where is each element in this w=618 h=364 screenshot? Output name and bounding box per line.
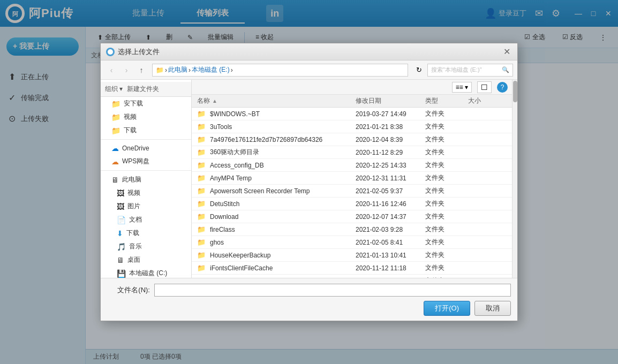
- table-row[interactable]: 📁 360驱动大师目录 2020-11-12 8:29 文件夹: [192, 146, 512, 159]
- left-item-video-pc[interactable]: 🖼 视频: [101, 186, 191, 200]
- wps-icon: ☁: [111, 157, 119, 166]
- folder-icon-12: 📁: [197, 264, 206, 272]
- table-row[interactable]: 📁 Download 2020-12-07 14:37 文件夹: [192, 210, 512, 223]
- table-row[interactable]: 📁 3uTools 2021-01-21 8:38 文件夹: [192, 120, 512, 133]
- music-icon: 🎵: [117, 242, 126, 251]
- pictures-icon: 🖼: [117, 202, 124, 211]
- table-row[interactable]: 📁 7a4976e176121fe2d7b726897db64326 2020-…: [192, 133, 512, 146]
- dialog-title: 选择上传文件: [118, 47, 498, 57]
- folder-icon-5: 📁: [197, 174, 206, 182]
- downloads-icon: ⬇: [117, 229, 123, 238]
- help-btn[interactable]: ?: [497, 82, 508, 93]
- scrollbar[interactable]: [512, 80, 517, 278]
- dialog-right-panel: ≡≡ ▾ ☐ ? 名称 ▲ 修改日期 类型 大小: [192, 80, 512, 278]
- search-icon: 🔍: [502, 66, 509, 73]
- folder-icon-2: 📁: [197, 135, 206, 143]
- drive-c-icon: 💾: [117, 269, 126, 278]
- table-row[interactable]: 📁 $WINDOWS.~BT 2019-03-27 14:49 文件夹: [192, 108, 512, 120]
- filename-label: 文件名(N):: [107, 285, 150, 295]
- dialog-nav: ‹ › ↑ 📁 › 此电脑 › 本地磁盘 (E:) › ↻ 搜索"本地磁盘 (E…: [101, 60, 517, 80]
- address-bar[interactable]: 📁 › 此电脑 › 本地磁盘 (E:) ›: [152, 64, 408, 77]
- left-item-downloads[interactable]: ⬇ 下载: [101, 226, 191, 240]
- sort-arrow: ▲: [212, 98, 217, 104]
- search-box[interactable]: 搜索"本地磁盘 (E:)" 🔍: [427, 64, 513, 77]
- left-item-wps[interactable]: ☁ WPS网盘: [101, 155, 191, 168]
- desktop-icon: 🖥: [117, 256, 124, 264]
- onedrive-icon: ☁: [111, 144, 119, 153]
- breadcrumb-this-pc: 此电脑: [168, 65, 187, 74]
- right-toolbar: ≡≡ ▾ ☐ ?: [192, 80, 512, 95]
- left-item-onedrive[interactable]: ☁ OneDrive: [101, 142, 191, 155]
- search-placeholder: 搜索"本地磁盘 (E:)": [431, 66, 482, 74]
- table-row[interactable]: 📁 HouseKeeperBackup 2021-01-13 10:41 文件夹: [192, 249, 512, 262]
- folder-icon-9: 📁: [197, 225, 206, 233]
- file-table-header: 名称 ▲ 修改日期 类型 大小: [192, 95, 512, 108]
- left-item-pictures[interactable]: 🖼 图片: [101, 200, 191, 213]
- left-item-anload[interactable]: 📁 安下载: [101, 97, 191, 110]
- col-size-header[interactable]: 大小: [466, 96, 509, 105]
- dialog-left-panel: 组织 ▾ 新建文件夹 📁 安下载 📁 视频 📁 下载: [101, 80, 192, 278]
- left-sep-1: [101, 139, 191, 140]
- dialog-body: 组织 ▾ 新建文件夹 📁 安下载 📁 视频 📁 下载: [101, 80, 517, 278]
- folder-icon-video: 📁: [111, 113, 120, 122]
- address-breadcrumb: 📁 › 此电脑 › 本地磁盘 (E:) ›: [156, 65, 233, 74]
- preview-btn[interactable]: ☐: [477, 81, 492, 93]
- nav-up-btn[interactable]: ↑: [135, 64, 148, 77]
- left-item-video[interactable]: 📁 视频: [101, 110, 191, 124]
- table-row[interactable]: 📁 ghos 2021-02-05 8:41 文件夹: [192, 236, 512, 249]
- folder-icon-6: 📁: [197, 187, 206, 195]
- left-item-desktop[interactable]: 🖥 桌面: [101, 253, 191, 267]
- folder-icon-7: 📁: [197, 200, 206, 208]
- left-sep-2: [101, 170, 191, 171]
- table-row[interactable]: 📁 Access_config_DB 2020-12-25 14:33 文件夹: [192, 159, 512, 172]
- filename-row: 文件名(N):: [107, 284, 511, 297]
- dialog-close-btn[interactable]: ✕: [501, 47, 512, 57]
- table-row[interactable]: 📁 DetuStitch 2020-11-16 12:46 文件夹: [192, 198, 512, 210]
- folder-icon-3: 📁: [197, 148, 206, 156]
- dialog-actions: 打开(O) 取消: [107, 301, 511, 316]
- folder-icon-10: 📁: [197, 238, 206, 246]
- dialog-icon: [106, 48, 115, 56]
- left-item-drive-c[interactable]: 💾 本地磁盘 (C:): [101, 267, 191, 278]
- left-item-music[interactable]: 🎵 音乐: [101, 240, 191, 253]
- nav-forward-btn[interactable]: ›: [120, 64, 133, 77]
- file-table: 名称 ▲ 修改日期 类型 大小 📁 $WINDOWS.~BT 2019-03-2…: [192, 95, 512, 278]
- view-btn[interactable]: ≡≡ ▾: [452, 82, 472, 93]
- cancel-btn[interactable]: 取消: [474, 301, 511, 316]
- dialog-title-bar: 选择上传文件 ✕: [101, 43, 517, 60]
- folder-icon-11: 📁: [197, 251, 206, 259]
- col-name-header[interactable]: 名称 ▲: [195, 96, 353, 105]
- folder-icon-download: 📁: [111, 126, 120, 135]
- table-row[interactable]: 📁 iFontsClientFileCache 2020-11-12 11:18…: [192, 262, 512, 275]
- refresh-btn[interactable]: ↻: [412, 64, 425, 77]
- col-date-header[interactable]: 修改日期: [353, 96, 423, 105]
- filename-input[interactable]: [154, 284, 511, 297]
- svg-point-2: [108, 49, 113, 55]
- breadcrumb-pc: 📁: [156, 66, 164, 74]
- left-item-docs[interactable]: 📄 文档: [101, 213, 191, 226]
- folder-icon-anload: 📁: [111, 100, 120, 108]
- folder-icon-4: 📁: [197, 161, 206, 169]
- dialog-overlay: 选择上传文件 ✕ ‹ › ↑ 📁 › 此电脑 › 本地磁盘 (E:) › ↻ 搜: [0, 0, 618, 364]
- folder-icon-0: 📁: [197, 110, 206, 118]
- left-toolbar: 组织 ▾ 新建文件夹: [101, 82, 191, 97]
- left-item-download[interactable]: 📁 下载: [101, 124, 191, 137]
- table-row[interactable]: 📁 AnyMP4 Temp 2020-12-31 11:31 文件夹: [192, 172, 512, 185]
- file-rows-container: 📁 $WINDOWS.~BT 2019-03-27 14:49 文件夹 📁 3u…: [192, 108, 512, 278]
- thispc-icon: 🖥: [111, 176, 119, 184]
- docs-icon: 📄: [117, 216, 126, 224]
- folder-icon-1: 📁: [197, 123, 206, 131]
- col-type-header[interactable]: 类型: [423, 96, 466, 105]
- dialog-bottom: 文件名(N): 打开(O) 取消: [101, 278, 517, 321]
- nav-back-btn[interactable]: ‹: [105, 64, 118, 77]
- table-row[interactable]: 📁 Apowersoft Screen Recorder Temp 2021-0…: [192, 185, 512, 198]
- left-item-thispc[interactable]: 🖥 此电脑: [101, 173, 191, 186]
- folder-icon-8: 📁: [197, 213, 206, 221]
- file-dialog: 选择上传文件 ✕ ‹ › ↑ 📁 › 此电脑 › 本地磁盘 (E:) › ↻ 搜: [100, 43, 518, 321]
- new-folder-btn[interactable]: 新建文件夹: [127, 85, 159, 94]
- breadcrumb-drive: 本地磁盘 (E:): [192, 65, 230, 74]
- organize-btn[interactable]: 组织 ▾: [105, 85, 123, 94]
- open-btn[interactable]: 打开(O): [424, 301, 470, 316]
- video-icon: 🖼: [117, 189, 124, 198]
- table-row[interactable]: 📁 fireClass 2021-02-03 9:28 文件夹: [192, 223, 512, 236]
